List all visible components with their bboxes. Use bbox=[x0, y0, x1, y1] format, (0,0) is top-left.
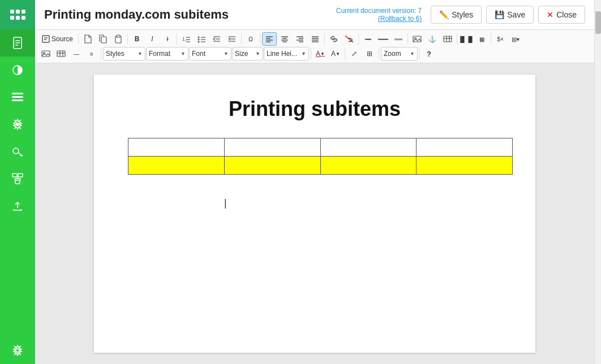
tb-link-button[interactable] bbox=[327, 32, 341, 46]
svg-rect-27 bbox=[42, 36, 49, 42]
tb-currency-button[interactable]: $× bbox=[493, 32, 508, 46]
editor-area[interactable]: Printing subitems | bbox=[35, 63, 594, 364]
tb-strikethrough-button[interactable]: I bbox=[160, 32, 175, 46]
font-dropdown-arrow: ▼ bbox=[224, 51, 229, 57]
tb-table2-button[interactable] bbox=[54, 47, 68, 60]
sidebar-item-document[interactable] bbox=[0, 29, 35, 57]
tb-bgcolor-button[interactable]: A▼ bbox=[328, 47, 343, 60]
table-row-1 bbox=[128, 138, 513, 157]
styles-dropdown[interactable]: Styles ▼ bbox=[103, 47, 145, 60]
tb-ul-button[interactable] bbox=[194, 32, 209, 46]
sidebar-item-settings2[interactable] bbox=[0, 337, 35, 364]
table-cell-2-3[interactable] bbox=[320, 157, 417, 175]
sidebar-item-settings[interactable] bbox=[0, 111, 35, 138]
lineheight-dropdown[interactable]: Line Hei... ▼ bbox=[264, 47, 309, 60]
tb-ol-button[interactable]: 1. bbox=[179, 32, 194, 46]
svg-rect-1 bbox=[16, 10, 20, 14]
separator6 bbox=[324, 33, 325, 45]
table-cell-2-1[interactable] bbox=[128, 157, 225, 175]
version-line1: Current document version: 7 bbox=[336, 7, 422, 15]
svg-rect-20 bbox=[18, 174, 23, 177]
table-cell-1-2[interactable] bbox=[224, 138, 320, 157]
tb-special-button[interactable]: Ω bbox=[243, 32, 258, 46]
table-cell-2-4[interactable] bbox=[417, 157, 513, 175]
tb-align-right-button[interactable] bbox=[293, 32, 307, 46]
styles-label: Styles bbox=[452, 10, 473, 19]
sidebar-item-key[interactable] bbox=[0, 138, 35, 165]
tb-unlink-button[interactable] bbox=[342, 32, 357, 46]
sidebar bbox=[0, 0, 35, 364]
close-button[interactable]: ✕ Close bbox=[538, 6, 585, 24]
tb-extra-button[interactable]: ▤▾ bbox=[508, 32, 523, 46]
separator4 bbox=[241, 33, 242, 45]
table-cell-1-4[interactable] bbox=[417, 138, 513, 157]
document-page[interactable]: Printing subitems | bbox=[94, 75, 535, 353]
app-logo[interactable] bbox=[0, 0, 35, 29]
tb-fontcolor-button[interactable]: A▼ bbox=[313, 47, 328, 60]
tb-fullscreen-button[interactable]: ⤢ bbox=[347, 47, 362, 60]
sidebar-item-upload[interactable] bbox=[0, 192, 35, 219]
tb-qr-button[interactable]: ▦ bbox=[474, 32, 489, 46]
tb-btn-c[interactable]: ══ bbox=[391, 32, 406, 46]
tb-image2-button[interactable] bbox=[38, 47, 53, 60]
source-button[interactable]: Source bbox=[38, 32, 76, 46]
svg-rect-11 bbox=[12, 93, 23, 94]
tb-justify-button[interactable] bbox=[308, 32, 323, 46]
separator-r2-1 bbox=[101, 48, 101, 59]
rollback-link[interactable]: (Rollback to 6) bbox=[336, 15, 422, 23]
font-dropdown[interactable]: Font ▼ bbox=[189, 47, 231, 60]
main-content: Printing monday.com subitems Current doc… bbox=[35, 0, 594, 364]
header: Printing monday.com subitems Current doc… bbox=[35, 0, 594, 30]
tb-align-left-button[interactable] bbox=[262, 32, 277, 46]
size-dropdown[interactable]: Size ▼ bbox=[232, 47, 263, 60]
zoom-dropdown-label: Zoom bbox=[384, 50, 401, 58]
tb-newdoc-button[interactable] bbox=[80, 32, 95, 46]
svg-rect-0 bbox=[10, 10, 14, 14]
tb-align-center-button[interactable] bbox=[277, 32, 292, 46]
tb-outdent-button[interactable] bbox=[209, 32, 224, 46]
version-info: Current document version: 7 (Rollback to… bbox=[336, 7, 422, 23]
fontcolor-icon: ▼ bbox=[320, 51, 325, 57]
separator9 bbox=[457, 33, 457, 45]
save-button[interactable]: 💾 Save bbox=[486, 6, 534, 24]
tb-btn-b[interactable]: ━━━ bbox=[376, 32, 390, 46]
scrollbar[interactable] bbox=[594, 0, 601, 364]
sidebar-item-list[interactable] bbox=[0, 84, 35, 111]
toolbar-row2: — ≡ Styles ▼ Format ▼ Font ▼ Size ▼ bbox=[38, 47, 591, 60]
separator8 bbox=[407, 33, 408, 45]
tb-barcode-button[interactable]: ▐▌▐▌ bbox=[459, 32, 474, 46]
tb-indent-button[interactable] bbox=[225, 32, 239, 46]
zoom-dropdown-arrow: ▼ bbox=[410, 51, 415, 57]
table-cell-1-1[interactable] bbox=[128, 138, 225, 157]
tb-source3-button[interactable]: ⊞ bbox=[362, 47, 377, 60]
tb-bold-button[interactable]: B bbox=[130, 32, 144, 46]
tb-hr2-button[interactable]: ≡ bbox=[84, 47, 99, 60]
table-cell-1-3[interactable] bbox=[320, 138, 417, 157]
sidebar-item-hierarchy[interactable] bbox=[0, 165, 35, 192]
tb-btn-a[interactable]: ━━ bbox=[360, 32, 375, 46]
separator5 bbox=[260, 33, 260, 45]
content-table[interactable] bbox=[128, 138, 513, 175]
toolbar-row1: Source bbox=[38, 32, 591, 46]
separator10 bbox=[491, 33, 491, 45]
svg-rect-3 bbox=[10, 16, 14, 20]
tb-help-button[interactable]: ? bbox=[422, 47, 436, 60]
tb-image-button[interactable] bbox=[410, 32, 424, 46]
tb-anchor-button[interactable]: ⚓ bbox=[425, 32, 440, 46]
tb-italic-button[interactable]: I bbox=[145, 32, 160, 46]
svg-rect-4 bbox=[16, 16, 20, 20]
tb-copy-button[interactable] bbox=[96, 32, 110, 46]
close-icon: ✕ bbox=[547, 10, 553, 19]
format-dropdown[interactable]: Format ▼ bbox=[146, 47, 188, 60]
styles-button[interactable]: ✏️ Styles bbox=[431, 6, 482, 24]
header-actions: Current document version: 7 (Rollback to… bbox=[336, 6, 585, 24]
tb-table-menu-button[interactable] bbox=[440, 32, 455, 46]
zoom-dropdown[interactable]: Zoom ▼ bbox=[381, 47, 418, 60]
sidebar-item-contrast[interactable] bbox=[0, 57, 35, 84]
separator-r2-2 bbox=[311, 48, 311, 59]
tb-hr-button[interactable]: — bbox=[69, 47, 84, 60]
table-cell-2-2[interactable] bbox=[224, 157, 320, 175]
tb-paste-button[interactable] bbox=[111, 32, 126, 46]
svg-point-15 bbox=[13, 148, 19, 154]
svg-point-38 bbox=[198, 39, 200, 41]
